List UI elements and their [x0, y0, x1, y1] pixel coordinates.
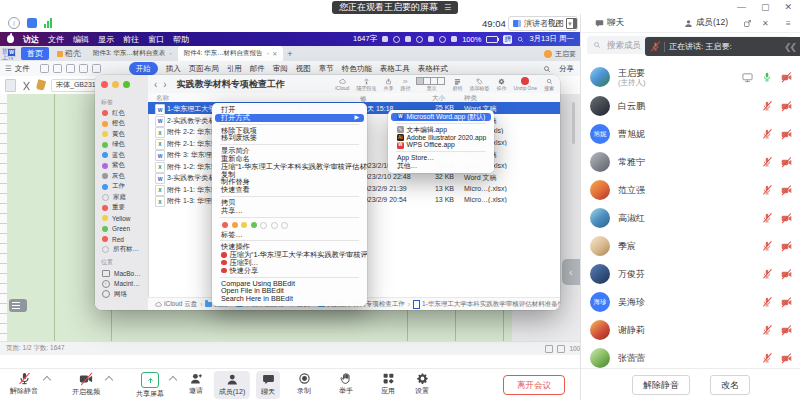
menubar-item-3[interactable]: 编辑	[73, 34, 89, 45]
member-row[interactable]: 季宸	[581, 232, 800, 260]
toolbar-chat[interactable]: 聊天	[256, 371, 280, 399]
wps-doc-tab-1[interactable]: S附件3: 华东…材料自查表◔	[87, 46, 178, 61]
open-with-item[interactable]: 其他…	[388, 162, 494, 170]
tab-chat[interactable]: 聊天	[595, 17, 624, 29]
menubar-item-5[interactable]: 前往	[123, 34, 139, 45]
finder-toolbar-gear[interactable]: 操作	[496, 77, 506, 91]
tag-dot-icon[interactable]	[222, 222, 228, 228]
finder-toolbar-view[interactable]: 显示	[417, 77, 445, 91]
toolbar-person-plus[interactable]: 邀请	[189, 372, 203, 396]
maximize-button[interactable]: ▢	[761, 2, 770, 12]
tag-dot-icon[interactable]	[271, 222, 278, 229]
member-row[interactable]: 王启要(主持人)	[581, 62, 800, 92]
forward-button[interactable]: ›	[163, 79, 166, 90]
context-menu-item[interactable]: 压缩为“1-华东理工大学本科实践教学审核评估材料准备情况专项检查工作.zip”	[212, 251, 367, 259]
ribbon-tab-页面布局[interactable]: 页面布局	[189, 64, 219, 74]
open-with-item[interactable]: WWPS Office.app	[388, 141, 494, 149]
finder-toolbar-cloud[interactable]: iCloud	[335, 77, 349, 91]
finder-toolbar-unzip[interactable]: Unzip One	[513, 77, 537, 91]
tag-dot-icon[interactable]	[281, 222, 288, 229]
toolbar-screen-share[interactable]: 共享屏幕	[136, 372, 164, 399]
context-menu-item[interactable]: 复制	[212, 171, 367, 179]
context-menu-item[interactable]: Search Here in BBEdit	[212, 295, 367, 303]
context-menu-item[interactable]: Compare Using BBEdit	[212, 280, 367, 288]
menubar-item-1[interactable]: 访达	[23, 34, 39, 45]
paste-icon[interactable]	[5, 79, 16, 92]
tab-members[interactable]: 成员(12)	[684, 17, 728, 29]
chevron-up-icon[interactable]	[169, 376, 177, 384]
menubar-item-6[interactable]: 窗口	[148, 34, 164, 45]
path-segment[interactable]: 1-华东理工大学本科实践教学审核评估材料准备情况专项检查工作.docx	[413, 300, 560, 309]
layout-icon[interactable]	[566, 18, 577, 29]
context-menu-item[interactable]: 快速分享	[212, 267, 367, 275]
toolbar-hand[interactable]: 举手	[339, 372, 353, 396]
status-icon[interactable]	[405, 36, 411, 42]
table-tool-widget[interactable]	[9, 299, 27, 312]
status-icon[interactable]	[382, 36, 388, 42]
context-menu-item[interactable]: 拷贝	[212, 199, 367, 207]
leave-meeting-button[interactable]: 离开会议	[503, 375, 565, 395]
panel-menu-icon[interactable]: ≡	[786, 19, 791, 28]
ribbon-tab-章节[interactable]: 章节	[319, 64, 334, 74]
context-menu-item[interactable]: 显示简介	[212, 147, 367, 155]
close-window-button[interactable]	[101, 81, 108, 88]
page-nav-button[interactable]: ‹	[562, 259, 580, 285]
zoom-window-button[interactable]	[123, 81, 130, 88]
toolbar-person[interactable]: 成员(12)	[214, 371, 250, 399]
member-row[interactable]: 万俊芬	[581, 260, 800, 288]
finder-toolbar-tag[interactable]: 添加标签	[469, 77, 489, 91]
context-menu-item[interactable]: 共享…	[212, 207, 367, 215]
quick-access-icons[interactable]	[40, 64, 101, 73]
sidebar-location[interactable]: Macint…	[95, 279, 148, 290]
member-row[interactable]: 白云鹏	[581, 92, 800, 120]
sidebar-tag[interactable]: Red	[95, 234, 148, 245]
chevron-up-icon[interactable]	[105, 376, 113, 384]
close-tab-icon[interactable]: ✕	[272, 50, 277, 57]
member-row[interactable]: 常雅宁	[581, 148, 800, 176]
finder-toolbar-search[interactable]: 搜索	[544, 77, 554, 91]
sidebar-tag[interactable]: 重要	[95, 203, 148, 214]
open-with-item[interactable]: ✎文本编辑.app	[388, 126, 494, 134]
open-with-item[interactable]: App Store…	[388, 154, 494, 162]
fullscreen-icon[interactable]	[549, 19, 557, 27]
finder-toolbar-sharebox[interactable]: 共享	[383, 77, 393, 91]
wps-home-tab[interactable]: 首页	[21, 47, 49, 60]
ribbon-tab-开始[interactable]: 开始	[129, 62, 158, 75]
new-tab-button[interactable]: +	[287, 49, 292, 59]
ribbon-tab-特色功能[interactable]: 特色功能	[342, 64, 372, 74]
rename-button[interactable]: 改名	[710, 375, 750, 395]
scrollbar[interactable]	[572, 102, 575, 144]
search-icon[interactable]	[543, 65, 551, 73]
menubar-item-7[interactable]: 帮助	[173, 34, 189, 45]
toolbar-mic-off[interactable]: 解除静音	[10, 372, 38, 396]
status-icon[interactable]	[393, 36, 400, 43]
sidebar-tag[interactable]: 橙色	[95, 119, 148, 130]
member-row[interactable]: 海珍吴海珍	[581, 288, 800, 316]
apple-logo-icon[interactable]	[7, 35, 14, 43]
member-row[interactable]: 张蕾蕾	[581, 344, 800, 368]
info-icon[interactable]: i	[8, 17, 20, 29]
minimize-window-button[interactable]	[112, 81, 119, 88]
popout-icon[interactable]	[743, 19, 752, 28]
context-menu-item[interactable]: 制作替身	[212, 178, 367, 186]
context-menu-item[interactable]: 压缩到…	[212, 259, 367, 267]
wps-doc-tab-2[interactable]: W附件4: 华东…材料自查报告◔✕	[178, 46, 283, 61]
share-button[interactable]: 分享	[559, 64, 574, 74]
view-mode-icon[interactable]	[545, 345, 553, 353]
context-menu-item[interactable]: 标签…	[212, 231, 367, 239]
context-menu-item[interactable]: 压缩“1-华东理工大学本科实践教学审核评估材料准备情况专项检查工作”	[212, 163, 367, 171]
context-menu-item[interactable]: 移除下载项	[212, 127, 367, 135]
ribbon-tab-插入[interactable]: 插入	[166, 64, 181, 74]
open-with-item[interactable]: WMicrosoft Word.app (默认)	[391, 113, 491, 121]
chevron-up-icon[interactable]	[43, 376, 51, 384]
tag-color-row[interactable]	[212, 220, 367, 231]
ribbon-tab-视图[interactable]: 视图	[296, 64, 311, 74]
path-segment[interactable]: iCloud 云盘	[155, 300, 197, 309]
context-menu-item[interactable]: 快速查看	[212, 186, 367, 194]
context-menu-item[interactable]: Open File in BBEdit	[212, 287, 367, 295]
ribbon-tab-引用[interactable]: 引用	[227, 64, 242, 74]
close-panel-icon[interactable]: ✕	[762, 19, 769, 28]
sidebar-tag[interactable]: 红色	[95, 108, 148, 119]
finder-toolbar-airdrop[interactable]: 隔空投送	[356, 77, 376, 91]
status-icon[interactable]	[416, 36, 423, 43]
